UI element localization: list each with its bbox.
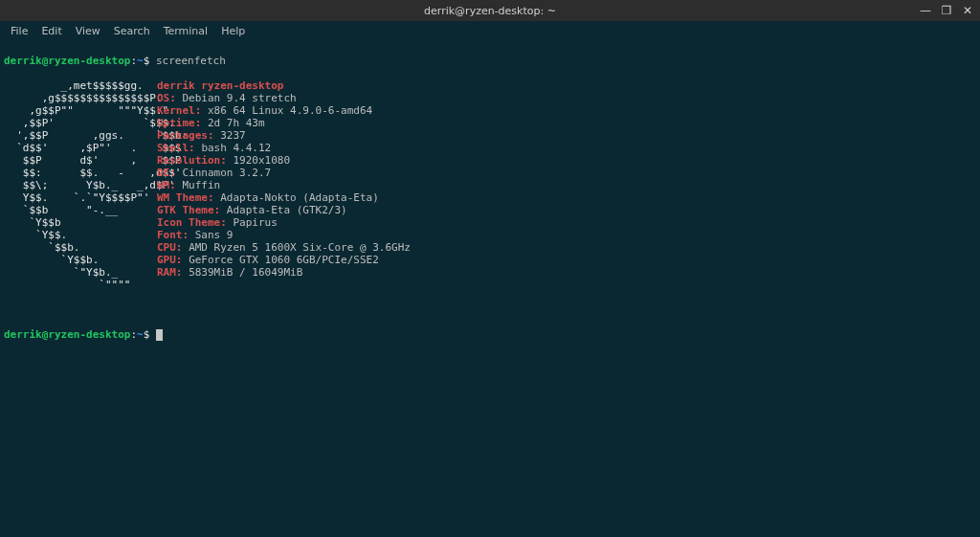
menubar: File Edit View Search Terminal Help [0, 21, 980, 40]
info-label-ram: RAM: [157, 266, 183, 279]
info-value-cpu: AMD Ryzen 5 1600X Six-Core @ 3.6GHz [189, 241, 411, 254]
info-value-kernel: x86 64 Linux 4.9.0-6-amd64 [208, 104, 372, 117]
info-label-font: Font: [157, 229, 189, 241]
info-value-ram: 5839MiB / 16049MiB [189, 266, 302, 279]
info-label-os: OS: [157, 92, 176, 104]
prompt-path: ~ [137, 55, 144, 67]
menu-terminal[interactable]: Terminal [157, 24, 215, 38]
info-value-os: Debian 9.4 stretch [183, 92, 297, 104]
cursor [156, 329, 163, 341]
menu-edit[interactable]: Edit [34, 24, 68, 38]
info-value-uptime: 2d 7h 43m [208, 117, 265, 129]
info-label-gtk-theme: GTK Theme: [157, 204, 220, 216]
info-label-wm: WM: [157, 179, 176, 191]
info-label-icon-theme: Icon Theme: [157, 216, 227, 229]
info-label-uptime: Uptime: [157, 117, 201, 129]
info-label-shell: Shell: [157, 142, 195, 154]
prompt-user-host: derrik@ryzen-desktop [4, 55, 130, 67]
window-title: derrik@ryzen-desktop: ~ [0, 6, 980, 16]
system-info: derrik ryzen-desktop OS: Debian 9.4 stre… [157, 79, 411, 291]
info-value-gtk-theme: Adapta-Eta (GTK2/3) [227, 204, 347, 216]
menu-search[interactable]: Search [107, 24, 157, 38]
info-label-cpu: CPU: [157, 241, 183, 254]
blank-line [4, 303, 976, 316]
prompt-line-1: derrik@ryzen-desktop:~$ screenfetch [4, 55, 976, 67]
info-label-kernel: Kernel: [157, 104, 201, 117]
prompt-line-2: derrik@ryzen-desktop:~$ [4, 328, 976, 341]
info-value-de: Cinnamon 3.2.7 [183, 167, 272, 179]
info-label-resolution: Resolution: [157, 154, 227, 167]
prompt-path-2: ~ [137, 328, 144, 341]
info-value-wm: Muffin [183, 179, 221, 191]
menu-file[interactable]: File [4, 24, 34, 38]
maximize-button[interactable]: ❐ [940, 5, 953, 16]
typed-command: screenfetch [156, 55, 226, 67]
info-header: derrik ryzen-desktop [157, 79, 283, 92]
menu-help[interactable]: Help [214, 24, 252, 38]
info-label-packages: Packages: [157, 129, 214, 142]
info-value-packages: 3237 [220, 129, 246, 142]
close-button[interactable]: ✕ [961, 5, 974, 16]
info-value-icon-theme: Papirus [233, 216, 277, 229]
ascii-art: _,met$$$$$gg. ,g$$$$$$$$$$$$$$$P. ,g$$P"… [4, 79, 157, 291]
window-controls: — ❐ ✕ [919, 0, 974, 21]
screenfetch-output: _,met$$$$$gg. ,g$$$$$$$$$$$$$$$P. ,g$$P"… [4, 79, 976, 291]
menu-view[interactable]: View [69, 24, 107, 38]
info-label-gpu: GPU: [157, 254, 183, 266]
info-value-gpu: GeForce GTX 1060 6GB/PCIe/SSE2 [189, 254, 379, 266]
titlebar: derrik@ryzen-desktop: ~ — ❐ ✕ [0, 0, 980, 21]
terminal-viewport[interactable]: derrik@ryzen-desktop:~$ screenfetch _,me… [0, 40, 980, 353]
prompt-user-host-2: derrik@ryzen-desktop [4, 328, 130, 341]
minimize-button[interactable]: — [919, 5, 932, 16]
info-label-wm-theme: WM Theme: [157, 191, 214, 204]
info-value-font: Sans 9 [195, 229, 234, 241]
info-value-wm-theme: Adapta-Nokto (Adapta-Eta) [220, 191, 379, 204]
info-label-de: DE: [157, 167, 176, 179]
info-value-shell: bash 4.4.12 [201, 142, 271, 154]
info-value-resolution: 1920x1080 [233, 154, 290, 167]
